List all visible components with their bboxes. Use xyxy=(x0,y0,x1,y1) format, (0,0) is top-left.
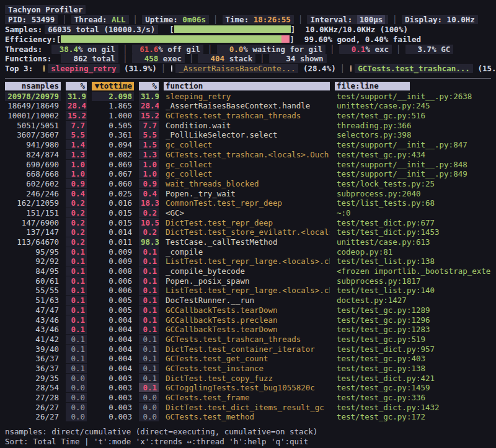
table-row: 5051/50517.70.5057.7Condition.waitthread… xyxy=(5,120,491,130)
spacer xyxy=(42,45,51,54)
top3-function-3: GCTests.test_trashcan... xyxy=(358,64,470,73)
threads-suffix-0: % on gil xyxy=(78,45,115,54)
functions-stats-bar: Functions: 862 total│ 458 exec│ 404 stac… xyxy=(5,54,491,64)
functions-label: Functions: xyxy=(5,54,51,63)
cell-pct-direct: 0.1 xyxy=(66,257,87,266)
cell-tottime: 0.004 xyxy=(92,325,134,334)
table-row: 26/270.00.0030.0GCTests.test_methodtest/… xyxy=(5,412,491,422)
cell-tottime: 0.004 xyxy=(92,315,134,325)
cell-tottime: 0.006 xyxy=(92,286,134,295)
cell-nsamples: 690/690 xyxy=(5,160,61,169)
cell-pct-cumulative: 15.2 xyxy=(139,111,159,120)
cell-pct-direct: 0.1 xyxy=(66,247,87,257)
cell-nsamples: 36/37 xyxy=(5,354,61,363)
pid-value: 53499 xyxy=(32,15,55,24)
cell-nsamples: 43/46 xyxy=(5,315,61,325)
functions-value-1: 458 xyxy=(135,54,159,63)
gold-medal-icon xyxy=(43,65,45,72)
cell-file-line: selectors.py:398 xyxy=(335,130,491,139)
cell-nsamples: 36/37 xyxy=(5,364,61,373)
cell-nsamples: 941/980 xyxy=(5,140,61,149)
cell-nsamples: 113/64670 xyxy=(5,237,61,247)
cell-pct-direct: 0.2 xyxy=(66,218,87,227)
table-row: 18649/1864928.41.86528.4_AssertRaisesBas… xyxy=(5,101,491,111)
cell-function: GCTests.test_frame xyxy=(164,393,330,402)
cell-pct-cumulative: 1.0 xyxy=(139,160,159,169)
cell-file-line: test/test_gc.py:403 xyxy=(335,354,491,363)
cell-file-line: test/test_gc.py:336 xyxy=(335,393,491,402)
column-header-pct_direct[interactable]: % xyxy=(66,82,87,90)
cell-tottime: 1.000 xyxy=(92,111,134,120)
cell-pct-cumulative: 0.1 xyxy=(139,325,159,334)
cell-tottime: 0.025 xyxy=(92,189,134,198)
cell-pct-direct: 5.5 xyxy=(66,130,87,139)
cell-tottime: 0.067 xyxy=(92,169,134,178)
cell-nsamples: 162/12059 xyxy=(5,198,61,208)
cell-tottime: 0.003 xyxy=(92,412,134,421)
threads-stats-bar: Threads: 38.4% on gil│ 61.6% off gil│ 0.… xyxy=(5,44,491,54)
cell-file-line: doctest.py:1427 xyxy=(335,296,491,305)
cell-file-line: test/test_dict.py:1432 xyxy=(335,403,491,412)
top3-pct-3: (15.2%) xyxy=(473,64,496,73)
top3-function-1: sleeping_retry xyxy=(51,64,116,73)
threads-value-1: 61.6 xyxy=(135,45,159,54)
cell-file-line: test/test_gc.py:138 xyxy=(335,364,491,373)
cell-pct-cumulative: 0.9 xyxy=(139,179,159,188)
separator-bar: │ xyxy=(213,15,218,24)
cell-tottime: 0.082 xyxy=(92,150,134,159)
cell-nsamples: 137/147 xyxy=(5,227,61,237)
header-panel: Tachyon Profiler PID: 53499│Thread: ALL│… xyxy=(5,5,491,74)
cell-function: wait_threads_blocked xyxy=(164,179,330,188)
column-header-pct_cum[interactable]: % xyxy=(139,82,159,90)
cell-pct-cumulative: 0.1 xyxy=(139,296,159,305)
cell-pct-cumulative: 0.1 xyxy=(139,364,159,373)
cell-function: ListTest.test_repr_large.<locals>.check xyxy=(164,286,330,295)
cell-function: GCTogglingTests.test_bug1055820c xyxy=(164,383,330,392)
cell-pct-cumulative: 0.1 xyxy=(139,286,159,295)
cell-pct-cumulative: 0.4 xyxy=(139,189,159,198)
column-header-tottime[interactable]: ▼tottime xyxy=(92,82,134,90)
cell-function: GCCallbackTests.tearDown xyxy=(164,305,330,315)
cell-pct-direct: 0.9 xyxy=(66,179,87,188)
threads-suffix-3: % exc xyxy=(365,45,389,54)
cell-pct-cumulative: 10.5 xyxy=(139,218,159,227)
cell-function: _compile_bytecode xyxy=(164,266,330,276)
cell-pct-direct: 1.0 xyxy=(66,160,87,169)
functions-suffix-2: stack xyxy=(224,54,252,63)
efficiency-row: Efficiency: [ ] 99.60% good, 0.40% faile… xyxy=(5,34,491,44)
process-info-bar: PID: 53499│Thread: ALL│Uptime: 0m06s│Tim… xyxy=(5,15,491,25)
cell-function: gc_collect xyxy=(164,140,330,149)
cell-nsamples: 60/61 xyxy=(5,276,61,286)
cell-function: Popen._try_wait xyxy=(164,189,330,198)
threads-segment-0: 38.4% on gil xyxy=(51,45,118,54)
table-row: 39/400.10.0040.1DictTest.test_container_… xyxy=(5,344,491,354)
functions-segment-0: 862 total xyxy=(61,54,118,63)
cell-nsamples: 668/668 xyxy=(5,169,61,178)
table-row: 41/420.10.0040.1GCTests.test_trashcan_th… xyxy=(5,335,491,345)
column-header-nsamples[interactable]: nsamples xyxy=(5,82,61,90)
samples-rate-text: 10.0KHz/10.0KHz (100%) xyxy=(305,25,408,34)
cell-pct-direct: 0.1 xyxy=(66,296,87,305)
info-segment-pid: PID: 53499 xyxy=(5,15,58,24)
uptime-value: 0m06s xyxy=(182,15,206,24)
table-row: 137/1470.20.0140.2DictTest.test_store_ev… xyxy=(5,227,491,237)
cell-tottime: 1.865 xyxy=(92,101,134,110)
cell-nsamples: 55/55 xyxy=(5,286,61,295)
cell-pct-cumulative: 0.1 xyxy=(139,335,159,344)
column-header-file_line[interactable]: file:line xyxy=(335,82,410,90)
app-title-text: Tachyon Profiler xyxy=(8,5,82,14)
info-segment-display: Display: 10.0Hz xyxy=(402,15,478,24)
table-row: 29/350.00.0030.1DictTest.test_copy_fuzzt… xyxy=(5,373,491,383)
table-row: 47/470.10.0050.1GCCallbackTests.tearDown… xyxy=(5,305,491,315)
cell-pct-direct: 0.1 xyxy=(66,335,87,344)
cell-function: TestCase._callTestMethod xyxy=(164,237,330,247)
cell-function: _AssertRaisesBaseContext.handle xyxy=(164,101,330,110)
table-row: 95/950.10.0090.1_compilecodeop.py:81 xyxy=(5,247,491,257)
bronze-medal-icon xyxy=(350,65,352,72)
separator-bar: │ xyxy=(133,15,138,24)
threads-segment-2: 0.0% waiting for gil xyxy=(217,45,326,54)
samples-rate-bar xyxy=(174,25,291,33)
column-header-function[interactable]: function xyxy=(164,82,330,90)
cell-pct-direct: 7.7 xyxy=(66,121,87,130)
efficiency-bar-close-bracket: ] xyxy=(290,35,294,44)
